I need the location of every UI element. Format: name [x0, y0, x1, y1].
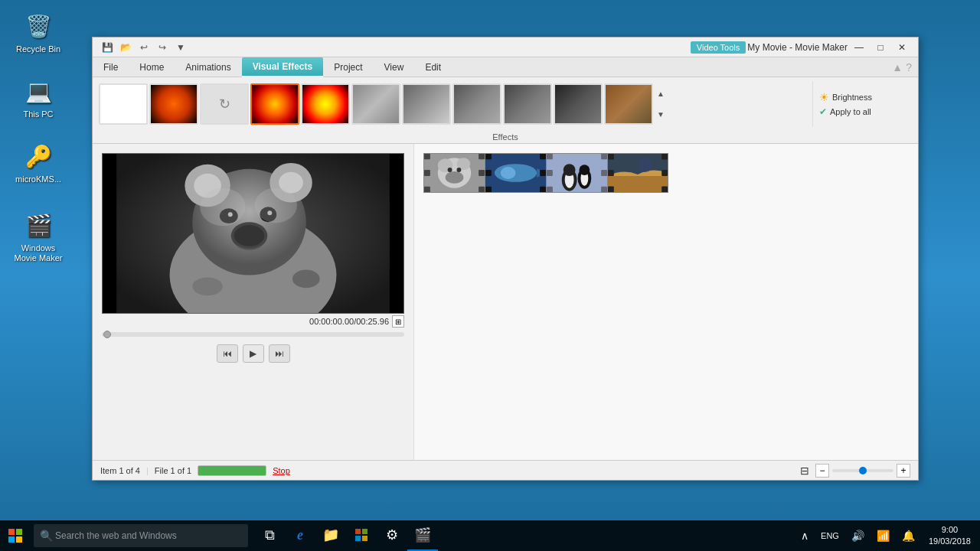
tray-up-arrow[interactable]: ∧	[798, 527, 812, 545]
effects-section-label: Effects	[93, 131, 918, 143]
tab-file[interactable]: File	[93, 57, 129, 77]
close-button[interactable]: ✕	[892, 40, 912, 55]
play-button[interactable]: ▶	[243, 344, 264, 363]
zoom-control: − +	[815, 464, 910, 478]
effect-8[interactable]	[452, 83, 501, 125]
storyboard-panel	[414, 144, 918, 460]
microkms-label: microKMS...	[15, 174, 61, 184]
tab-animations[interactable]: Animations	[175, 57, 241, 77]
ribbon-collapse-icon[interactable]: ▲	[892, 61, 903, 73]
effect-7[interactable]	[402, 83, 451, 125]
scroll-up-icon[interactable]: ▲	[657, 90, 665, 98]
svg-rect-67	[355, 529, 361, 534]
next-frame-button[interactable]: ⏭	[269, 344, 290, 363]
windows-store-button[interactable]	[346, 520, 377, 551]
timecode: 00:00:00.00/00:25.96	[309, 317, 389, 326]
svg-point-24	[456, 168, 461, 172]
scrubber-track[interactable]	[102, 332, 404, 337]
movie-maker-taskbar-button[interactable]: 🎬	[407, 520, 438, 551]
svg-rect-39	[540, 170, 546, 176]
edge-browser-button[interactable]: e	[285, 520, 315, 551]
minimize-button[interactable]: —	[849, 40, 869, 55]
file-explorer-button[interactable]: 📁	[315, 520, 346, 551]
clip-2[interactable]	[485, 153, 546, 193]
apply-all-row[interactable]: ✔ Apply to all	[819, 106, 912, 117]
zoom-in-button[interactable]: +	[897, 464, 910, 478]
desktop: 🗑️ Recycle Bin 💻 This PC 🔑 microKMS... 🎬…	[0, 0, 980, 551]
tab-home[interactable]: Home	[129, 57, 175, 77]
ribbon: File Home Animations Visual Effects Proj…	[93, 57, 918, 144]
video-panel: 00:00:00.00/00:25.96 ⊞ ⏮ ▶ ⏭	[93, 144, 414, 460]
desktop-icon-microkms[interactable]: 🔑 microKMS...	[8, 138, 69, 187]
clip-3[interactable]	[546, 153, 607, 193]
effect-11[interactable]	[604, 83, 653, 125]
svg-rect-64	[16, 529, 22, 535]
taskbar-search-input[interactable]	[34, 524, 248, 547]
movie-maker-window: 💾 📂 ↩ ↪ ▼ Video Tools My Movie - Movie M…	[92, 37, 919, 481]
movie-maker-desktop-icon: 🎬	[23, 210, 54, 240]
effect-9[interactable]	[503, 83, 552, 125]
task-view-button[interactable]: ⧉	[254, 520, 285, 551]
svg-rect-66	[16, 536, 22, 543]
storyboard-view-icon[interactable]: ⊟	[800, 465, 809, 477]
dropdown-button[interactable]: ▼	[172, 40, 189, 55]
recycle-bin-label: Recycle Bin	[16, 44, 60, 54]
effect-4[interactable]	[250, 83, 299, 125]
scroll-down-icon[interactable]: ▼	[657, 111, 665, 119]
zoom-slider[interactable]	[832, 469, 893, 472]
effects-strip: ↻ ▲ ▼	[99, 83, 809, 125]
effect-none[interactable]	[99, 83, 148, 125]
desktop-icon-recycle-bin[interactable]: 🗑️ Recycle Bin	[8, 8, 69, 57]
help-icon[interactable]: ?	[906, 61, 912, 73]
effect-6[interactable]	[351, 83, 400, 125]
svg-rect-29	[479, 170, 485, 176]
prev-frame-button[interactable]: ⏮	[217, 344, 238, 363]
tab-project[interactable]: Project	[323, 57, 373, 77]
desktop-icon-movie-maker[interactable]: 🎬 Windows Movie Maker	[8, 207, 69, 266]
notifications-icon[interactable]: 🔔	[899, 527, 918, 545]
volume-icon[interactable]: 🔊	[848, 527, 867, 545]
start-button[interactable]	[0, 520, 31, 551]
ribbon-content: ↻ ▲ ▼ ☀	[93, 77, 918, 131]
stop-button[interactable]: Stop	[273, 466, 290, 475]
network-icon[interactable]: 📶	[874, 527, 893, 545]
tab-edit[interactable]: Edit	[414, 57, 452, 77]
video-preview	[102, 153, 404, 314]
settings-button[interactable]: ⚙	[377, 520, 407, 551]
svg-rect-49	[547, 170, 553, 176]
undo-button[interactable]: ↩	[136, 40, 152, 55]
svg-rect-55	[608, 176, 668, 192]
zoom-slider-thumb	[859, 467, 867, 474]
svg-rect-62	[662, 187, 668, 193]
clip-1[interactable]	[423, 153, 485, 193]
system-clock[interactable]: 9:00 19/03/2018	[924, 523, 975, 549]
clock-date: 19/03/2018	[929, 536, 971, 547]
tab-visual-effects[interactable]: Visual Effects	[242, 57, 323, 77]
effect-2[interactable]	[149, 83, 198, 125]
search-icon: 🔍	[40, 530, 53, 542]
svg-point-56	[638, 158, 653, 173]
svg-rect-69	[355, 536, 361, 541]
clip-4[interactable]	[607, 153, 668, 193]
apply-all-label[interactable]: Apply to all	[830, 107, 871, 116]
taskbar-tray: ∧ ENG 🔊 📶 🔔 9:00 19/03/2018	[798, 523, 980, 549]
scrubber-thumb[interactable]	[103, 331, 111, 338]
effect-5[interactable]	[301, 83, 350, 125]
open-button[interactable]: 📂	[117, 40, 134, 55]
effect-10[interactable]	[554, 83, 603, 125]
save-button[interactable]: 💾	[99, 40, 116, 55]
language-icon[interactable]: ENG	[818, 528, 842, 543]
video-tools-badge: Video Tools	[691, 41, 746, 54]
expand-video-button[interactable]: ⊞	[392, 315, 404, 328]
svg-rect-50	[547, 187, 553, 193]
quick-access-toolbar: 💾 📂 ↩ ↪ ▼ Video Tools My Movie - Movie M…	[93, 37, 918, 57]
effect-3[interactable]: ↻	[200, 83, 249, 125]
svg-rect-26	[424, 170, 430, 176]
zoom-out-button[interactable]: −	[815, 464, 829, 478]
effects-scroll-arrows[interactable]: ▲ ▼	[655, 83, 667, 125]
svg-rect-58	[608, 170, 614, 176]
redo-button[interactable]: ↪	[154, 40, 171, 55]
desktop-icon-this-pc[interactable]: 💻 This PC	[8, 73, 69, 122]
tab-view[interactable]: View	[374, 57, 415, 77]
maximize-button[interactable]: □	[871, 40, 890, 55]
